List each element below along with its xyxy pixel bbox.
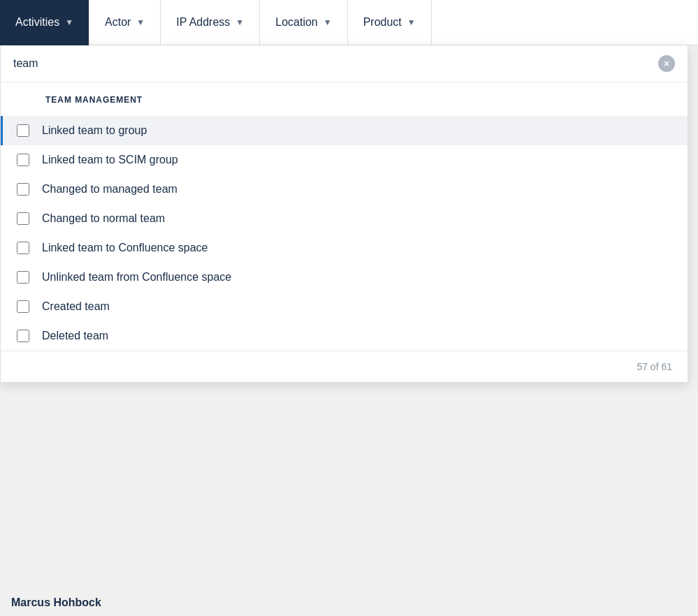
linked-team-confluence-checkbox[interactable]	[17, 242, 29, 254]
list-item[interactable]: Unlinked team from Confluence space	[1, 263, 688, 292]
search-input[interactable]	[13, 57, 651, 70]
list-item[interactable]: Changed to managed team	[1, 175, 688, 204]
linked-team-group-checkbox[interactable]	[17, 124, 29, 137]
bottom-name-text: Marcus Hohbock	[11, 596, 101, 609]
activities-dropdown: × TEAM MANAGEMENT Linked team to group L…	[0, 45, 688, 383]
location-filter-btn[interactable]: Location ▼	[260, 0, 347, 45]
item-label: Linked team to Confluence space	[42, 242, 208, 254]
product-filter-btn[interactable]: Product ▼	[348, 0, 432, 45]
ip-address-chevron-icon: ▼	[235, 17, 244, 27]
list-item[interactable]: Linked team to Confluence space	[1, 233, 688, 263]
clear-icon: ×	[664, 58, 669, 69]
unlinked-team-confluence-checkbox[interactable]	[17, 271, 29, 284]
item-label: Linked team to SCIM group	[42, 154, 178, 166]
background-content: Marcus Hohbock	[0, 546, 698, 616]
item-label: Created team	[42, 300, 110, 313]
item-label: Linked team to group	[42, 124, 147, 137]
item-label: Deleted team	[42, 330, 108, 342]
location-label: Location	[275, 16, 318, 29]
dropdown-footer: 57 of 61	[1, 351, 688, 382]
changed-normal-team-checkbox[interactable]	[17, 212, 29, 225]
linked-team-scim-checkbox[interactable]	[17, 154, 29, 166]
list-item[interactable]: Linked team to SCIM group	[1, 145, 688, 175]
actor-chevron-icon: ▼	[136, 17, 145, 27]
clear-search-button[interactable]: ×	[658, 55, 675, 72]
item-label: Unlinked team from Confluence space	[42, 271, 231, 284]
product-label: Product	[363, 16, 402, 29]
list-item[interactable]: Linked team to group	[1, 116, 688, 145]
actor-label: Actor	[105, 16, 131, 29]
item-label: Changed to managed team	[42, 183, 177, 196]
product-chevron-icon: ▼	[407, 17, 416, 27]
ip-address-label: IP Address	[176, 16, 230, 29]
activities-label: Activities	[15, 16, 59, 29]
list-item[interactable]: Created team	[1, 292, 688, 321]
deleted-team-checkbox[interactable]	[17, 330, 29, 342]
created-team-checkbox[interactable]	[17, 300, 29, 313]
activities-filter-btn[interactable]: Activities ▼	[0, 0, 89, 45]
list-item[interactable]: Deleted team	[1, 321, 688, 351]
changed-managed-team-checkbox[interactable]	[17, 183, 29, 196]
item-label: Changed to normal team	[42, 212, 165, 225]
item-list: Linked team to group Linked team to SCIM…	[1, 116, 688, 351]
category-label: TEAM MANAGEMENT	[17, 95, 671, 105]
ip-address-filter-btn[interactable]: IP Address ▼	[161, 0, 260, 45]
filter-bar: Activities ▼ Actor ▼ IP Address ▼ Locati…	[0, 0, 698, 45]
activities-chevron-icon: ▼	[65, 17, 73, 27]
location-chevron-icon: ▼	[323, 17, 332, 27]
actor-filter-btn[interactable]: Actor ▼	[89, 0, 161, 45]
category-section: TEAM MANAGEMENT	[1, 82, 688, 116]
list-item[interactable]: Changed to normal team	[1, 204, 688, 233]
result-count: 57 of 61	[637, 361, 672, 372]
search-row: ×	[1, 45, 688, 82]
